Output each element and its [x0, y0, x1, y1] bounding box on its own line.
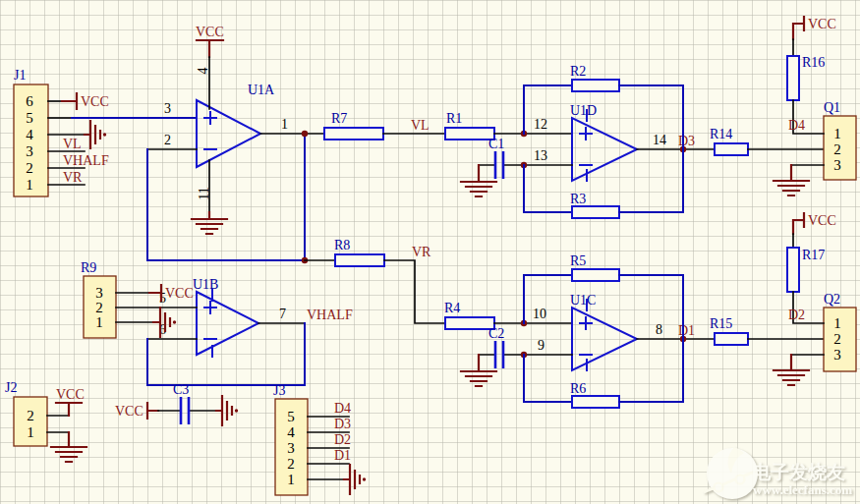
pin-number: 9 — [538, 338, 545, 353]
pin-number: 8 — [656, 322, 662, 337]
pin-number: 2 — [833, 331, 841, 347]
pin-number: 3 — [164, 101, 171, 116]
pin-number: 2 — [95, 300, 103, 315]
pin-number: 1 — [833, 315, 841, 331]
watermark-brand: 电子发烧友 — [752, 462, 845, 482]
designator: J3 — [273, 383, 285, 398]
designator: J2 — [5, 380, 17, 395]
designator: Q1 — [824, 100, 840, 115]
net-label-d4: D4 — [334, 401, 351, 416]
pin-number: 6 — [26, 93, 33, 109]
pin-number: 1 — [833, 126, 841, 141]
net-label-d1: D1 — [678, 323, 695, 338]
designator: J1 — [14, 68, 26, 83]
net-label-vcc: VCC — [808, 213, 836, 228]
designator: R2 — [570, 64, 586, 79]
pin-number: 12 — [534, 117, 547, 132]
net-label-vr: VR — [63, 170, 83, 185]
resistor-body — [445, 128, 494, 140]
designator: R6 — [570, 381, 586, 396]
pin-number: 2 — [833, 141, 841, 157]
designator: U1C — [570, 293, 596, 308]
pin-number: 1 — [95, 314, 103, 330]
net-label-vcc: VCC — [808, 17, 836, 31]
net-label-d1: D1 — [334, 448, 351, 463]
net-label-d2: D2 — [788, 308, 805, 322]
net-label-vr: VR — [412, 245, 431, 259]
pin-number: 2 — [26, 160, 33, 176]
resistor-body — [335, 254, 384, 266]
pin-number: 3 — [95, 285, 103, 301]
net-label-vl: VL — [63, 137, 82, 151]
designator: R17 — [802, 248, 825, 262]
resistor-body — [324, 128, 383, 140]
resistor-body — [715, 333, 748, 345]
designator: U1B — [193, 277, 218, 292]
pin-number: 7 — [279, 307, 286, 321]
designator: R16 — [802, 55, 825, 70]
designator: R4 — [444, 301, 460, 315]
pin-number: 3 — [287, 440, 295, 456]
pin-number: 1 — [287, 472, 295, 487]
pin-number: 2 — [27, 408, 34, 423]
designator: R5 — [570, 253, 586, 268]
resistor-body — [787, 248, 799, 292]
resistor-body — [787, 56, 799, 100]
watermark-site: www.elecfans.com — [753, 482, 852, 497]
net-label-d2: D2 — [334, 432, 351, 447]
designator: R14 — [710, 127, 732, 141]
designator: R15 — [710, 316, 732, 331]
pin-number: 5 — [287, 409, 295, 424]
pin-number: 4 — [196, 68, 210, 75]
schematic-canvas: J1 6 5 4 3 2 1 VCC VL VHALF VR U1A — [0, 0, 860, 504]
designator: R7 — [331, 111, 347, 126]
pin-number: 3 — [26, 143, 33, 159]
designator: R3 — [570, 192, 586, 206]
pin-number: 3 — [833, 157, 841, 173]
designator: C1 — [488, 137, 504, 151]
schematic-page: J1 6 5 4 3 2 1 VCC VL VHALF VR U1A — [0, 0, 860, 504]
net-label-d4: D4 — [788, 118, 805, 133]
pin-number: 1 — [26, 177, 33, 193]
net-label-vcc: VCC — [81, 94, 109, 109]
net-label-vcc: VCC — [165, 286, 194, 301]
net-label-vcc: VCC — [56, 387, 85, 402]
designator: Q2 — [824, 292, 840, 307]
net-label-d3: D3 — [334, 417, 351, 431]
pin-number: 2 — [164, 133, 171, 147]
net-label-d3: D3 — [678, 134, 695, 148]
net-label-vcc: VCC — [115, 404, 143, 419]
designator: R9 — [81, 260, 96, 275]
pin-number: 5 — [26, 110, 33, 126]
net-label-vhalf: VHALF — [307, 308, 353, 322]
pin-number: 1 — [281, 117, 288, 132]
pin-number: 13 — [534, 148, 547, 163]
pin-number: 10 — [533, 307, 546, 321]
resistor-body — [572, 269, 619, 281]
pin-number: 2 — [287, 456, 295, 472]
designator: C2 — [488, 326, 504, 341]
pin-number: 11 — [197, 187, 211, 199]
designator: U1A — [248, 83, 275, 97]
pin-number: 4 — [26, 127, 33, 142]
resistor-body — [715, 143, 748, 155]
designator: R8 — [334, 238, 350, 252]
designator: R1 — [446, 111, 462, 126]
resistor-body — [572, 396, 619, 408]
pin-number: 1 — [27, 424, 34, 440]
designator: U1D — [570, 103, 597, 118]
net-label-vhalf: VHALF — [63, 153, 109, 168]
resistor-body — [572, 206, 619, 218]
resistor-body — [572, 80, 619, 91]
net-label-vcc: VCC — [196, 25, 224, 39]
junction-dot — [302, 131, 308, 137]
resistor-body — [445, 317, 494, 329]
pin-number: 14 — [653, 133, 666, 147]
designator: C3 — [173, 382, 189, 397]
pin-number: 3 — [833, 347, 841, 363]
net-label-vl: VL — [411, 118, 430, 133]
pin-number: 4 — [287, 424, 295, 440]
